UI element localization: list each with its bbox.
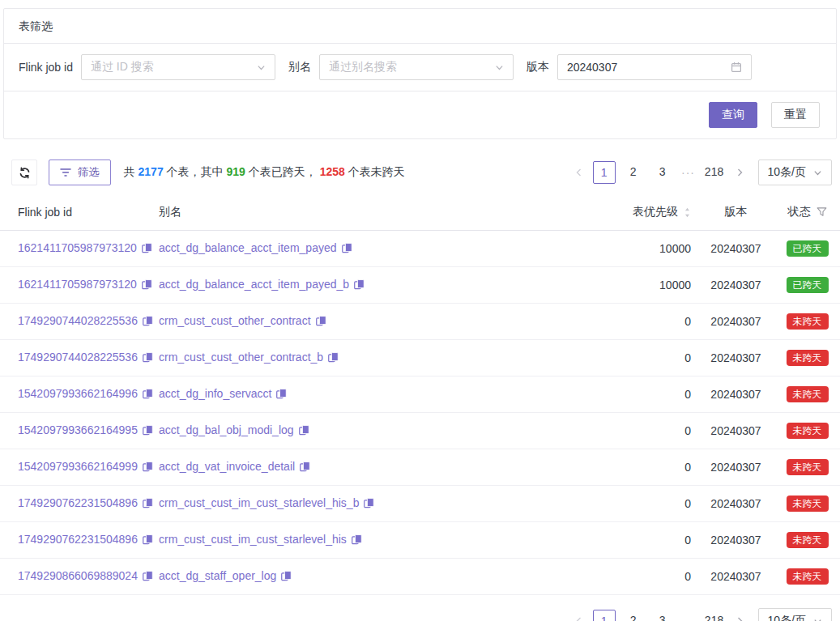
- page-last[interactable]: 218: [703, 161, 726, 184]
- flink-job-id-link[interactable]: 1749290866069889024: [18, 569, 138, 582]
- flink-job-id-cell: 1542097993662164996: [0, 376, 159, 413]
- table-row: 1542097993662164996 acct_dg_info_servacc…: [0, 376, 840, 413]
- page-3[interactable]: 3: [651, 610, 674, 621]
- page-size-value: 10条/页: [768, 165, 806, 180]
- copy-icon[interactable]: [143, 571, 153, 584]
- alias-link[interactable]: crm_cust_cust_other_contract: [159, 314, 311, 327]
- chevron-down-icon: [495, 63, 504, 72]
- status-badge: 已跨天: [787, 240, 829, 257]
- page-size-select[interactable]: 10条/页: [758, 608, 832, 621]
- page-1[interactable]: 1: [593, 161, 616, 184]
- copy-icon[interactable]: [281, 571, 292, 584]
- copy-icon[interactable]: [143, 461, 153, 474]
- filter-panel-button[interactable]: 筛选: [49, 160, 111, 185]
- alias-placeholder: 通过别名搜索: [329, 60, 397, 74]
- page-2[interactable]: 2: [622, 610, 645, 621]
- query-button[interactable]: 查询: [709, 102, 757, 128]
- flink-job-id-link[interactable]: 1621411705987973120: [18, 278, 137, 291]
- copy-icon[interactable]: [143, 498, 153, 511]
- status-cell: 未跨天: [774, 522, 840, 559]
- next-page-icon[interactable]: [729, 161, 750, 184]
- sort-carets-icon[interactable]: [684, 206, 691, 219]
- copy-icon[interactable]: [299, 425, 309, 438]
- bottom-pagination: 1 2 3 ··· 218 10条/页: [569, 608, 832, 621]
- version-cell: 20240307: [697, 231, 774, 267]
- copy-icon[interactable]: [143, 316, 153, 329]
- page-last[interactable]: 218: [703, 610, 726, 621]
- copy-icon[interactable]: [143, 352, 153, 365]
- alias-link[interactable]: crm_cust_cust_im_cust_starlevel_his: [159, 533, 347, 546]
- copy-icon[interactable]: [328, 352, 339, 365]
- page-size-select[interactable]: 10条/页: [758, 160, 832, 185]
- copy-icon[interactable]: [342, 243, 352, 256]
- field-flink-job-id: Flink job id 通过 ID 搜索: [19, 54, 275, 80]
- prev-page-icon[interactable]: [569, 161, 590, 184]
- page-1[interactable]: 1: [593, 610, 616, 621]
- table-row: 1749290866069889024 acct_dg_staff_oper_l…: [0, 559, 840, 595]
- version-cell: 20240307: [697, 522, 774, 559]
- flink-job-id-link[interactable]: 1749290744028225536: [18, 314, 138, 327]
- alias-link[interactable]: acct_dg_bal_obj_modi_log: [159, 423, 294, 436]
- status-cell: 未跨天: [774, 413, 840, 449]
- version-date-picker[interactable]: [557, 54, 752, 80]
- flink-job-id-label: Flink job id: [19, 61, 73, 74]
- flink-job-id-link[interactable]: 1749290762231504896: [18, 533, 138, 546]
- column-header-status[interactable]: 状态: [774, 195, 840, 231]
- flink-job-id-cell: 1749290762231504896: [0, 486, 159, 522]
- chevron-down-icon: [813, 617, 822, 621]
- copy-icon[interactable]: [354, 279, 365, 292]
- priority-cell: 0: [564, 376, 697, 413]
- copy-icon[interactable]: [143, 534, 153, 547]
- flink-job-id-link[interactable]: 1621411705987973120: [18, 241, 137, 254]
- copy-icon[interactable]: [300, 461, 310, 474]
- flink-job-id-link[interactable]: 1749290744028225536: [18, 351, 138, 364]
- status-cell: 未跨天: [774, 449, 840, 486]
- table-row: 1749290744028225536 crm_cust_cust_other_…: [0, 340, 840, 376]
- next-page-icon[interactable]: [729, 610, 750, 621]
- column-header-priority[interactable]: 表优先级: [564, 195, 697, 231]
- crossed-count: 919: [226, 165, 245, 178]
- filter-actions-row: 查询 重置: [4, 91, 836, 138]
- version-cell: 20240307: [697, 304, 774, 340]
- funnel-icon[interactable]: [817, 207, 827, 217]
- copy-icon[interactable]: [143, 425, 153, 438]
- flink-job-id-select[interactable]: 通过 ID 搜索: [81, 54, 275, 80]
- reset-button[interactable]: 重置: [771, 102, 820, 128]
- status-cell: 未跨天: [774, 304, 840, 340]
- copy-icon[interactable]: [143, 389, 153, 402]
- flink-job-id-cell: 1749290744028225536: [0, 304, 159, 340]
- alias-link[interactable]: acct_dg_vat_invoice_detail: [159, 460, 295, 473]
- prev-page-icon[interactable]: [569, 610, 590, 621]
- flink-job-id-placeholder: 通过 ID 搜索: [91, 60, 154, 74]
- page-ellipsis[interactable]: ···: [677, 615, 700, 621]
- copy-icon[interactable]: [142, 279, 152, 292]
- page-3[interactable]: 3: [651, 161, 674, 184]
- alias-link[interactable]: acct_dg_staff_oper_log: [159, 569, 276, 582]
- alias-select[interactable]: 通过别名搜索: [319, 54, 514, 80]
- alias-link[interactable]: acct_dg_balance_acct_item_payed: [159, 241, 337, 254]
- version-date-input[interactable]: [567, 55, 726, 79]
- alias-link[interactable]: acct_dg_balance_acct_item_payed_b: [159, 278, 349, 291]
- flink-job-id-cell: 1542097993662164995: [0, 413, 159, 449]
- status-cell: 未跨天: [774, 486, 840, 522]
- flink-job-id-link[interactable]: 1542097993662164996: [18, 387, 138, 400]
- alias-link[interactable]: crm_cust_cust_im_cust_starlevel_his_b: [159, 496, 359, 509]
- page-ellipsis[interactable]: ···: [677, 166, 700, 179]
- version-cell: 20240307: [697, 559, 774, 595]
- copy-icon[interactable]: [364, 498, 374, 511]
- copy-icon[interactable]: [352, 534, 362, 547]
- alias-link[interactable]: acct_dg_info_servacct: [159, 387, 271, 400]
- flink-job-id-link[interactable]: 1749290762231504896: [18, 496, 138, 509]
- page-2[interactable]: 2: [622, 161, 645, 184]
- copy-icon[interactable]: [142, 243, 152, 256]
- refresh-button[interactable]: [11, 160, 37, 185]
- filter-fields-row: Flink job id 通过 ID 搜索 别名 通过别名搜索 版本: [4, 44, 836, 91]
- flink-job-id-link[interactable]: 1542097993662164999: [18, 460, 138, 473]
- field-alias: 别名 通过别名搜索: [288, 54, 514, 80]
- copy-icon[interactable]: [316, 316, 326, 329]
- alias-link[interactable]: crm_cust_cust_other_contract_b: [159, 351, 323, 364]
- copy-icon[interactable]: [276, 389, 287, 402]
- flink-job-id-link[interactable]: 1542097993662164995: [18, 423, 138, 436]
- version-label: 版本: [527, 60, 549, 74]
- top-pagination: 1 2 3 ··· 218 10条/页: [569, 160, 832, 185]
